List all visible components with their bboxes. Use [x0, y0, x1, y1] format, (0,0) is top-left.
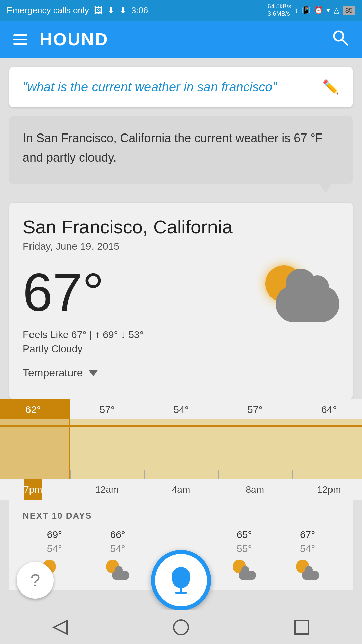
answer-text: In San Francisco, California the current…: [23, 131, 323, 164]
condition-text: Partly Cloudy: [23, 343, 339, 355]
next-days-label: NEXT 10 DAYS: [23, 511, 339, 521]
chart-temp-4: 64°: [321, 399, 337, 419]
chart-tick-4: [292, 470, 293, 479]
chart-active-indicator: [0, 419, 70, 479]
weather-icon: [259, 262, 339, 322]
hamburger-menu-icon[interactable]: [13, 34, 27, 45]
signal-strength-icon: △: [334, 6, 339, 15]
chart-temp-labels: 62° 57° 54° 57° 64°: [0, 399, 362, 419]
svg-marker-2: [54, 621, 67, 634]
chart-time-1[interactable]: 12am: [95, 479, 119, 500]
query-text: "what is the current weather in san fran…: [23, 80, 316, 94]
chart-tick-2: [144, 470, 145, 479]
chart-col-3: 57°: [218, 399, 292, 419]
weather-main: 67°: [23, 262, 339, 322]
chart-time-2[interactable]: 4am: [172, 479, 190, 500]
back-button[interactable]: [47, 614, 74, 641]
chart-time-labels: 7pm 12am 4am 8am 12pm: [0, 479, 362, 500]
edit-icon[interactable]: ✏️: [322, 79, 339, 95]
svg-line-1: [342, 40, 347, 45]
cloud-icon: [276, 285, 339, 322]
day-high-0: 69°: [47, 529, 62, 540]
app-bar-left: HOUND: [13, 29, 109, 49]
status-left: Emergency calls only 🖼 ⬇ ⬇ 3:06: [7, 5, 148, 16]
date-text: Friday, June 19, 2015: [23, 240, 339, 252]
signal-icon: ↕: [295, 6, 298, 15]
battery-text: 85: [343, 6, 355, 15]
weather-card: San Francisco, California Friday, June 1…: [9, 203, 353, 399]
chart-area[interactable]: [0, 419, 362, 479]
chart-temp-2: 54°: [173, 399, 188, 419]
app-bar: HOUND: [0, 21, 362, 58]
chart-tick-3: [218, 470, 219, 479]
chart-col-1: 57°: [70, 399, 144, 419]
svg-rect-4: [295, 621, 308, 634]
microphone-icon: [172, 567, 190, 594]
time-col-0: 7pm: [0, 479, 70, 500]
status-bar: Emergency calls only 🖼 ⬇ ⬇ 3:06 64.5kB/s…: [0, 0, 362, 21]
vibrate-icon: 📳: [302, 6, 311, 15]
time-col-3: 8am: [218, 479, 292, 500]
chart-col-0: 62°: [0, 399, 70, 419]
question-mark-icon: ?: [31, 570, 40, 590]
day-high-3: 65°: [237, 529, 252, 540]
emergency-text: Emergency calls only: [7, 5, 89, 16]
chart-temp-1: 57°: [100, 399, 115, 419]
chart-line: [0, 425, 362, 427]
speed-text: 64.5kB/s 3.6MB/s: [268, 3, 291, 17]
temperature-chart: 62° 57° 54° 57° 64° 7pm 12am 4am: [0, 399, 362, 500]
download-icon: ⬇: [107, 5, 115, 16]
chart-col-2: 54°: [144, 399, 218, 419]
temperature-label: Temperature: [23, 367, 83, 379]
answer-box: In San Francisco, California the current…: [9, 116, 353, 184]
temperature-label-row: Temperature: [23, 367, 339, 386]
time: 3:06: [131, 5, 148, 16]
chart-col-4: 64°: [292, 399, 362, 419]
feels-like-text: Feels Like 67° | ↑ 69° ↓ 53°: [23, 329, 339, 340]
time-col-1: 12am: [70, 479, 144, 500]
temperature-display: 67°: [23, 265, 104, 319]
image-icon: 🖼: [94, 5, 103, 16]
query-box: "what is the current weather in san fran…: [9, 67, 353, 107]
recents-button[interactable]: [288, 614, 315, 641]
chart-time-3[interactable]: 8am: [246, 479, 264, 500]
download2-icon: ⬇: [119, 5, 127, 16]
bottom-area: ?: [0, 550, 362, 610]
status-right: 64.5kB/s 3.6MB/s ↕ 📳 ⏰ ▾ △ 85: [268, 3, 355, 17]
chart-temp-0: 62°: [0, 399, 70, 419]
wifi-icon: ▾: [326, 6, 330, 15]
help-button[interactable]: ?: [17, 562, 54, 599]
chart-tick-1: [70, 470, 71, 479]
microphone-button[interactable]: [151, 550, 211, 610]
home-button[interactable]: [168, 614, 194, 641]
time-col-2: 4am: [144, 479, 218, 500]
chart-temp-3: 57°: [247, 399, 262, 419]
chart-time-4[interactable]: 12pm: [317, 479, 341, 500]
app-title: HOUND: [40, 29, 109, 49]
navigation-bar: [0, 610, 362, 644]
chart-time-0[interactable]: 7pm: [24, 479, 42, 500]
city-name: San Francisco, California: [23, 216, 339, 238]
collapse-icon[interactable]: [88, 370, 98, 376]
search-icon[interactable]: [331, 29, 349, 50]
svg-point-3: [174, 620, 188, 635]
time-col-4: 12pm: [292, 479, 362, 500]
alarm-icon: ⏰: [314, 6, 323, 15]
day-high-1: 66°: [110, 529, 125, 540]
day-high-4: 67°: [300, 529, 315, 540]
